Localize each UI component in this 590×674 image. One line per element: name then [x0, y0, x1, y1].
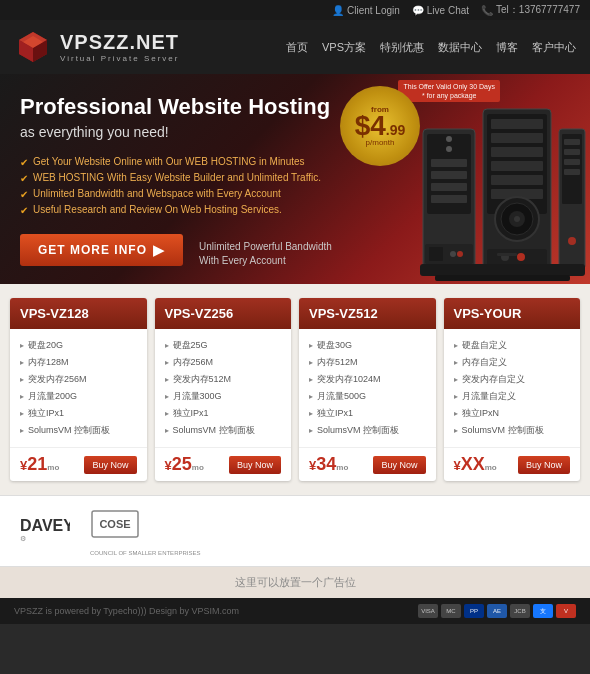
- svg-point-28: [514, 216, 520, 222]
- nav-client[interactable]: 客户中心: [532, 40, 576, 55]
- hero-features: Get Your Website Online with Our WEB HOS…: [20, 154, 340, 218]
- hero-feature-2: WEB HOSTING With Easy Website Builder an…: [20, 170, 340, 186]
- plan-vpsyour: VPS-YOUR 硬盘自定义 内存自定义 突发内存自定义 月流量自定义 独立IP…: [444, 298, 581, 481]
- svg-rect-10: [431, 171, 467, 179]
- svg-rect-23: [491, 175, 543, 185]
- footer: VPSZZ is powered by Typecho))) Design by…: [0, 598, 590, 624]
- main-nav: 首页 VPS方案 特别优惠 数据中心 博客 客户中心: [286, 40, 576, 55]
- plan-vps256-feat-1: 内存256M: [165, 354, 282, 371]
- plan-vps256-features: 硬盘25G 内存256M 突发内存512M 月流量300G 独立IPx1 Sol…: [155, 329, 292, 447]
- plan-vps512-buy-button[interactable]: Buy Now: [373, 456, 425, 474]
- hero-title: Professional Website Hosting: [20, 94, 340, 120]
- cose-logo-icon: COSE: [90, 506, 140, 546]
- plan-vps128-footer: ¥21mo Buy Now: [10, 447, 147, 481]
- nav-dc[interactable]: 数据中心: [438, 40, 482, 55]
- logo-subtitle: Virtual Private Server: [60, 54, 179, 63]
- svg-rect-35: [564, 139, 580, 145]
- jcb-icon: JCB: [510, 604, 530, 618]
- paypal-icon: PP: [464, 604, 484, 618]
- plan-vps256-header: VPS-VZ256: [155, 298, 292, 329]
- ad-bar: 这里可以放置一个广告位: [0, 566, 590, 598]
- mastercard-icon: MC: [441, 604, 461, 618]
- svg-point-7: [446, 136, 452, 142]
- nav-home[interactable]: 首页: [286, 40, 308, 55]
- partners-bar: DAVEY ⚙ COSE COUNCIL OF SMALLER ENTERPRI…: [0, 495, 590, 566]
- header: VPSZZ.NET Virtual Private Server 首页 VPS方…: [0, 20, 590, 74]
- plan-vpsyour-feat-2: 突发内存自定义: [454, 371, 571, 388]
- amex-icon: AE: [487, 604, 507, 618]
- logo-area: VPSZZ.NET Virtual Private Server: [14, 28, 179, 66]
- plan-vpsyour-buy-button[interactable]: Buy Now: [518, 456, 570, 474]
- davey-logo-icon: DAVEY ⚙: [20, 511, 70, 551]
- svg-rect-38: [564, 169, 580, 175]
- plan-vps256-feat-2: 突发内存512M: [165, 371, 282, 388]
- svg-point-16: [457, 251, 463, 257]
- plan-vps128-features: 硬盘20G 内存128M 突发内存256M 月流量200G 独立IPx1 Sol…: [10, 329, 147, 447]
- plan-vps128-header: VPS-VZ128: [10, 298, 147, 329]
- plan-vps128-feat-4: 独立IPx1: [20, 405, 137, 422]
- plan-vpsyour-feat-0: 硬盘自定义: [454, 337, 571, 354]
- plan-vps512-price: ¥34mo: [309, 454, 348, 475]
- logo-text: VPSZZ.NET Virtual Private Server: [60, 31, 179, 63]
- hero-feature-1: Get Your Website Online with Our WEB HOS…: [20, 154, 340, 170]
- plan-vpsyour-price: ¥XXmo: [454, 454, 497, 475]
- plan-vps512-feat-5: SolumsVM 控制面板: [309, 422, 426, 439]
- nav-vps[interactable]: VPS方案: [322, 40, 366, 55]
- phone-icon: 📞: [481, 5, 493, 16]
- footer-text: VPSZZ is powered by Typecho))) Design by…: [14, 606, 239, 616]
- price-amount: $4.99: [355, 112, 406, 140]
- svg-rect-9: [431, 159, 467, 167]
- nav-blog[interactable]: 博客: [496, 40, 518, 55]
- svg-point-39: [568, 237, 576, 245]
- plan-vpsyour-feat-1: 内存自定义: [454, 354, 571, 371]
- plan-vps256-feat-0: 硬盘25G: [165, 337, 282, 354]
- svg-point-8: [446, 146, 452, 152]
- plan-vps256-feat-5: SolumsVM 控制面板: [165, 422, 282, 439]
- hero-content: Professional Website Hosting as everythi…: [20, 94, 340, 268]
- plan-vps512-features: 硬盘30G 内存512M 突发内存1024M 月流量500G 独立IPx1 So…: [299, 329, 436, 447]
- nav-offers[interactable]: 特别优惠: [380, 40, 424, 55]
- server-image: [415, 74, 590, 284]
- get-more-info-button[interactable]: GET MORE INFO ▶: [20, 234, 183, 266]
- svg-rect-41: [435, 275, 570, 281]
- plan-vps512-feat-1: 内存512M: [309, 354, 426, 371]
- plan-vps512-feat-0: 硬盘30G: [309, 337, 426, 354]
- svg-rect-37: [564, 159, 580, 165]
- plan-vps512-feat-4: 独立IPx1: [309, 405, 426, 422]
- visa-icon: VISA: [418, 604, 438, 618]
- plan-vpsyour-footer: ¥XXmo Buy Now: [444, 447, 581, 481]
- phone-info: 📞 Tel：13767777477: [481, 3, 580, 17]
- plan-vps256-feat-3: 月流量300G: [165, 388, 282, 405]
- plan-vps256-footer: ¥25mo Buy Now: [155, 447, 292, 481]
- hero-feature-4: Useful Research and Review On Web Hostin…: [20, 202, 340, 218]
- hero-subtitle: as everything you need!: [20, 124, 340, 140]
- svg-point-15: [450, 251, 456, 257]
- svg-text:DAVEY: DAVEY: [20, 517, 70, 534]
- arrow-icon: ▶: [153, 242, 165, 258]
- plan-vps128-price: ¥21mo: [20, 454, 59, 475]
- plan-vps512: VPS-VZ512 硬盘30G 内存512M 突发内存1024M 月流量500G…: [299, 298, 436, 481]
- svg-rect-11: [431, 183, 467, 191]
- plan-vps512-footer: ¥34mo Buy Now: [299, 447, 436, 481]
- plan-vpsyour-features: 硬盘自定义 内存自定义 突发内存自定义 月流量自定义 独立IPxN Solums…: [444, 329, 581, 447]
- svg-rect-32: [497, 253, 517, 256]
- plan-vps256-buy-button[interactable]: Buy Now: [229, 456, 281, 474]
- plan-vps128-feat-0: 硬盘20G: [20, 337, 137, 354]
- plan-vps512-header: VPS-VZ512: [299, 298, 436, 329]
- plan-vps128-buy-button[interactable]: Buy Now: [84, 456, 136, 474]
- svg-point-31: [517, 253, 525, 261]
- svg-text:COSE: COSE: [99, 518, 130, 530]
- alipay-icon: 支: [533, 604, 553, 618]
- live-chat-link[interactable]: 💬 Live Chat: [412, 5, 469, 16]
- plan-vpsyour-feat-5: SolumsVM 控制面板: [454, 422, 571, 439]
- partner-cose: COSE COUNCIL OF SMALLER ENTERPRISES: [90, 506, 200, 556]
- plan-vps512-feat-3: 月流量500G: [309, 388, 426, 405]
- top-bar: 👤 Client Login 💬 Live Chat 📞 Tel：1376777…: [0, 0, 590, 20]
- hero-feature-3: Unlimited Bandwidth and Webspace with Ev…: [20, 186, 340, 202]
- plan-vpsyour-header: VPS-YOUR: [444, 298, 581, 329]
- vpn-icon: V: [556, 604, 576, 618]
- svg-rect-22: [491, 161, 543, 171]
- logo-icon: [14, 28, 52, 66]
- svg-rect-21: [491, 147, 543, 157]
- client-login-link[interactable]: 👤 Client Login: [332, 5, 400, 16]
